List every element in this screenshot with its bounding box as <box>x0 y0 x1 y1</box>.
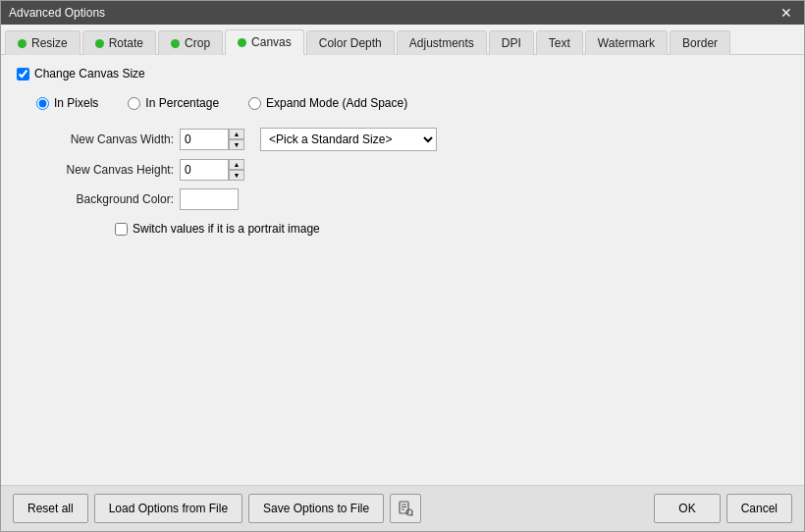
std-size-dropdown-row: <Pick a Standard Size> 640x480 800x600 1… <box>260 128 437 151</box>
tab-dpi[interactable]: DPI <box>489 30 534 55</box>
width-spin-up[interactable]: ▲ <box>229 129 244 139</box>
svg-point-4 <box>406 509 412 515</box>
radio-row: In Pixels In Percentage Expand Mode (Add… <box>36 96 788 110</box>
reset-button[interactable]: Reset all <box>13 494 88 523</box>
height-label: New Canvas Height: <box>36 163 174 177</box>
radio-in-percentage[interactable] <box>128 97 140 110</box>
portrait-label[interactable]: Switch values if it is a portrait image <box>133 222 320 236</box>
width-label: New Canvas Width: <box>36 133 174 146</box>
change-canvas-row: Change Canvas Size <box>17 67 788 80</box>
bg-color-label: Background Color: <box>36 192 174 206</box>
tab-canvas-label: Canvas <box>251 35 292 49</box>
height-input-group: ▲ ▼ <box>180 159 244 181</box>
tab-resize-label: Resize <box>31 36 68 50</box>
tab-rotate-label: Rotate <box>109 36 143 50</box>
tab-dpi-label: DPI <box>502 36 521 50</box>
height-spin-up[interactable]: ▲ <box>229 159 244 170</box>
tab-crop[interactable]: Crop <box>158 30 223 55</box>
height-spinner: ▲ ▼ <box>229 159 244 181</box>
advanced-options-window: Advanced Options ✕ Resize Rotate Crop Ca… <box>0 0 805 532</box>
tab-text-label: Text <box>549 36 570 50</box>
icon-button[interactable] <box>390 494 421 523</box>
canvas-dot <box>238 38 246 47</box>
window-title: Advanced Options <box>9 6 105 20</box>
tab-rotate[interactable]: Rotate <box>82 30 156 55</box>
height-spin-down[interactable]: ▼ <box>229 170 244 181</box>
tab-bar: Resize Rotate Crop Canvas Color Depth Ad… <box>1 25 804 55</box>
close-button[interactable]: ✕ <box>777 6 796 20</box>
bg-color-swatch[interactable] <box>180 188 239 210</box>
crop-dot <box>171 39 180 48</box>
resize-dot <box>18 39 27 48</box>
portrait-checkbox[interactable] <box>115 223 128 236</box>
tab-resize[interactable]: Resize <box>5 30 80 55</box>
width-input[interactable] <box>180 129 229 150</box>
tab-colordepth-label: Color Depth <box>319 36 382 50</box>
tab-adjustments[interactable]: Adjustments <box>397 30 487 55</box>
save-button[interactable]: Save Options to File <box>248 494 384 523</box>
content-area: Change Canvas Size In Pixels In Percenta… <box>1 55 804 485</box>
tab-text[interactable]: Text <box>536 30 583 55</box>
load-button[interactable]: Load Options from File <box>94 494 242 523</box>
radio-in-pixels-label: In Pixels <box>54 96 98 110</box>
ok-button[interactable]: OK <box>654 494 720 523</box>
tab-watermark-label: Watermark <box>598 36 655 50</box>
radio-expand-mode-option[interactable]: Expand Mode (Add Space) <box>248 96 407 110</box>
radio-expand-mode[interactable] <box>248 97 261 110</box>
tab-watermark[interactable]: Watermark <box>585 30 668 55</box>
radio-in-pixels[interactable] <box>36 97 49 110</box>
form-section: New Canvas Width: ▲ ▼ <Pick a Standard S… <box>36 128 788 236</box>
tab-adjustments-label: Adjustments <box>409 36 474 50</box>
tab-colordepth[interactable]: Color Depth <box>306 30 395 55</box>
change-canvas-label[interactable]: Change Canvas Size <box>34 67 145 80</box>
width-spinner: ▲ ▼ <box>229 129 244 150</box>
tab-border[interactable]: Border <box>670 30 730 55</box>
search-file-icon <box>398 501 413 516</box>
radio-expand-mode-label: Expand Mode (Add Space) <box>266 96 407 110</box>
width-spin-down[interactable]: ▼ <box>229 139 244 150</box>
height-input[interactable] <box>180 159 229 181</box>
std-size-select[interactable]: <Pick a Standard Size> 640x480 800x600 1… <box>260 128 437 151</box>
height-row: New Canvas Height: ▲ ▼ <box>36 159 788 181</box>
tab-crop-label: Crop <box>185 36 210 50</box>
portrait-row: Switch values if it is a portrait image <box>115 222 788 236</box>
radio-in-percentage-option[interactable]: In Percentage <box>128 96 219 110</box>
radio-in-pixels-option[interactable]: In Pixels <box>36 96 98 110</box>
bg-color-row: Background Color: <box>36 188 788 210</box>
title-bar: Advanced Options ✕ <box>1 1 804 25</box>
tab-border-label: Border <box>682 36 718 50</box>
width-input-group: ▲ ▼ <box>180 129 244 150</box>
cancel-button[interactable]: Cancel <box>726 494 792 523</box>
tab-canvas[interactable]: Canvas <box>225 29 304 55</box>
bottom-bar: Reset all Load Options from File Save Op… <box>1 485 804 531</box>
rotate-dot <box>95 39 104 48</box>
svg-line-5 <box>411 514 412 515</box>
width-row: New Canvas Width: ▲ ▼ <Pick a Standard S… <box>36 128 788 151</box>
change-canvas-checkbox[interactable] <box>17 68 29 80</box>
radio-in-percentage-label: In Percentage <box>145 96 219 110</box>
